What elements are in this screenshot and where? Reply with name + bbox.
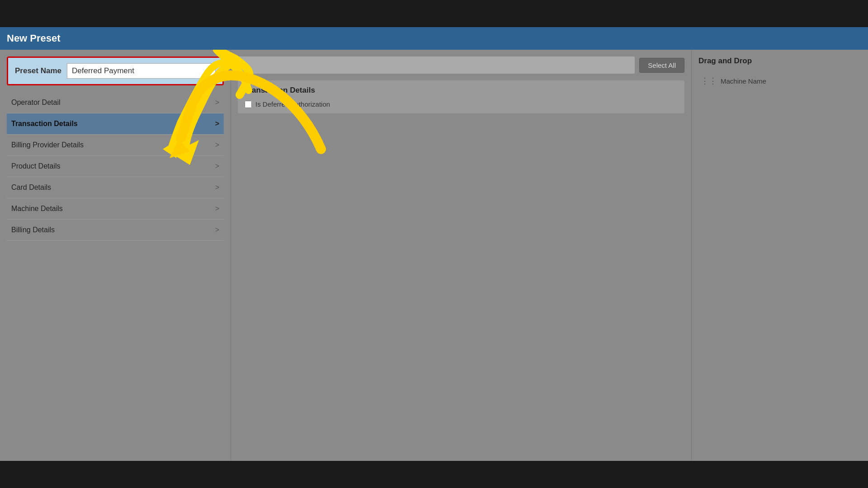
page-title: New Preset — [7, 33, 61, 44]
nav-item-billing-details[interactable]: Billing Details > — [7, 220, 224, 241]
search-input[interactable] — [238, 56, 635, 74]
drag-drop-title: Drag and Drop — [698, 56, 861, 66]
nav-item-billing-provider-details[interactable]: Billing Provider Details > — [7, 135, 224, 156]
nav-label-card-details: Card Details — [11, 183, 51, 192]
nav-item-operator-detail[interactable]: Operator Detail > — [7, 92, 224, 113]
transaction-section-title: Transaction Details — [245, 86, 678, 95]
nav-label-billing-provider-details: Billing Provider Details — [11, 141, 84, 149]
nav-label-operator-detail: Operator Detail — [11, 99, 61, 107]
nav-arrow-operator-detail: > — [215, 99, 219, 107]
preset-name-label: Preset Name — [15, 66, 61, 75]
nav-arrow-machine-details: > — [215, 205, 219, 213]
left-panel: Preset Name Operator Detail > Transactio… — [0, 50, 231, 461]
nav-arrow-card-details: > — [215, 183, 219, 192]
transaction-section: Transaction Details Is Deferred Authoriz… — [238, 80, 684, 113]
nav-list: Operator Detail > Transaction Details > … — [7, 92, 224, 241]
nav-label-transaction-details: Transaction Details — [11, 120, 78, 128]
nav-item-transaction-details[interactable]: Transaction Details > — [7, 113, 224, 135]
top-black-bar — [0, 0, 868, 27]
deferred-authorization-row: Is Deferred Authorization — [245, 100, 678, 108]
main-content: Preset Name Operator Detail > Transactio… — [0, 50, 868, 461]
select-all-button[interactable]: Select All — [639, 58, 684, 73]
deferred-authorization-label: Is Deferred Authorization — [255, 100, 330, 108]
bottom-black-bar — [0, 461, 868, 488]
middle-panel: Select All Transaction Details Is Deferr… — [231, 50, 692, 461]
nav-item-card-details[interactable]: Card Details > — [7, 177, 224, 198]
drag-item-machine-name[interactable]: ⋮⋮ Machine Name — [698, 72, 861, 89]
nav-arrow-transaction-details: > — [215, 120, 219, 128]
nav-item-product-details[interactable]: Product Details > — [7, 156, 224, 177]
preset-name-container: Preset Name — [7, 56, 224, 85]
nav-arrow-billing-provider-details: > — [215, 141, 219, 149]
drag-handle-icon: ⋮⋮ — [701, 76, 717, 86]
search-bar-row: Select All — [238, 56, 684, 74]
nav-arrow-billing-details: > — [215, 226, 219, 234]
nav-arrow-product-details: > — [215, 162, 219, 170]
drag-item-label-machine-name: Machine Name — [721, 77, 766, 85]
nav-label-billing-details: Billing Details — [11, 226, 55, 234]
header-bar: New Preset — [0, 27, 868, 50]
right-panel: Drag and Drop ⋮⋮ Machine Name — [692, 50, 868, 461]
nav-item-machine-details[interactable]: Machine Details > — [7, 198, 224, 220]
nav-label-machine-details: Machine Details — [11, 205, 63, 213]
nav-label-product-details: Product Details — [11, 162, 61, 170]
deferred-authorization-checkbox[interactable] — [245, 101, 252, 108]
preset-name-input[interactable] — [67, 63, 216, 79]
